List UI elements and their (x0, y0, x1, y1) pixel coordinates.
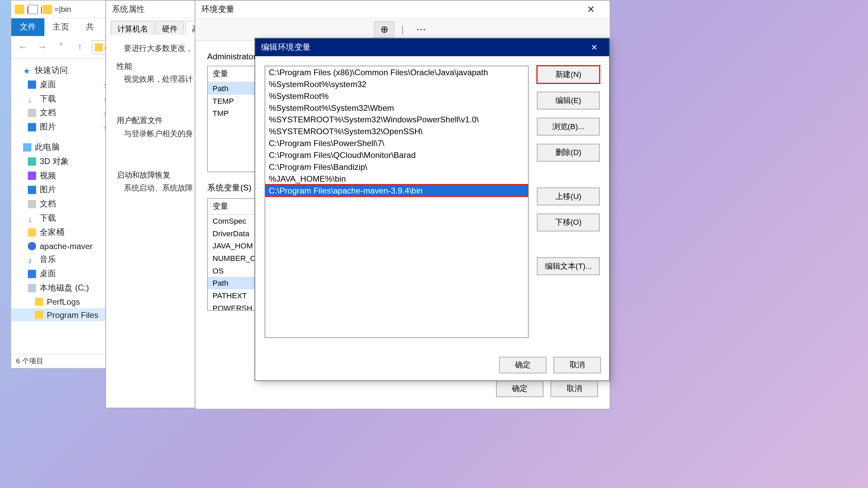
explorer-sidebar: ★快速访问 桌面📌 ↓下载📌 文档📌 图片📌 此电脑 3D 对象 视频 图片 文… (11, 59, 117, 354)
folder-icon (42, 4, 52, 14)
move-up-button[interactable]: 上移(U) (537, 187, 600, 205)
move-down-button[interactable]: 下移(O) (537, 214, 600, 231)
editdlg-button-column: 新建(N) 编辑(E) 浏览(B)... 删除(D) 上移(U) 下移(O) 编… (537, 66, 600, 338)
path-entry[interactable]: %SystemRoot%\system32 (265, 78, 528, 90)
close-icon[interactable]: ✕ (578, 1, 604, 18)
sidebar-item-downloads2[interactable]: ↓下载 (11, 211, 116, 225)
nav-up-icon[interactable]: ↑ (73, 40, 87, 54)
edit-text-button[interactable]: 编辑文本(T)... (537, 258, 600, 275)
folder-icon (35, 311, 43, 319)
path-entry[interactable]: C:\Program Files\Bandizip\ (265, 161, 528, 173)
cancel-button[interactable]: 取消 (554, 357, 601, 373)
document-icon (28, 109, 36, 117)
folder-icon (28, 228, 36, 237)
sidebar-item-documents[interactable]: 文档📌 (11, 106, 116, 120)
sidebar-quick-access[interactable]: ★快速访问 (11, 63, 116, 78)
close-icon[interactable]: ✕ (586, 40, 603, 55)
music-icon: ♪ (28, 256, 36, 264)
sidebar-item-music[interactable]: ♪音乐 (11, 253, 116, 267)
delete-button[interactable]: 删除(D) (537, 144, 600, 161)
sidebar-item-desktop2[interactable]: 桌面 (11, 267, 116, 281)
picture-icon (28, 123, 36, 131)
sidebar-item-maven[interactable]: apache-maver (11, 240, 116, 252)
checkbox-icon (28, 4, 38, 14)
sidebar-item-pictures[interactable]: 图片📌 (11, 120, 116, 134)
path-entry[interactable]: %SystemRoot% (265, 90, 528, 102)
sidebar-item-progfiles[interactable]: Program Files (11, 308, 116, 321)
ribbon-tab-share[interactable]: 共 (78, 18, 102, 36)
ribbon-tab-home[interactable]: 主页 (44, 18, 78, 36)
document-icon (28, 200, 36, 208)
sidebar-item-desktop[interactable]: 桌面📌 (11, 78, 116, 92)
drive-icon (28, 284, 36, 292)
folder-icon (15, 4, 24, 14)
envvars-toolbar: ⊕ | ⋯ (195, 18, 610, 41)
edit-button[interactable]: 编辑(E) (537, 92, 600, 109)
sidebar-item-3d[interactable]: 3D 对象 (11, 155, 116, 169)
nav-fwd-icon[interactable]: → (35, 40, 49, 54)
download-icon: ↓ (28, 214, 36, 222)
editdlg-bottom-buttons: 确定 取消 (499, 357, 601, 373)
cube-icon (28, 157, 36, 165)
explorer-title-text: bin (61, 5, 71, 14)
sidebar-item-documents2[interactable]: 文档 (11, 197, 116, 211)
ok-button[interactable]: 确定 (499, 357, 547, 373)
nav-recent-icon[interactable]: ˅ (54, 40, 68, 54)
path-entry[interactable]: C:\Program Files (x86)\Common Files\Orac… (265, 66, 528, 78)
path-entry[interactable]: %JAVA_HOME%\bin (265, 173, 528, 185)
folder-icon (35, 298, 43, 306)
cancel-button[interactable]: 取消 (551, 381, 598, 397)
nav-back-icon[interactable]: ← (16, 40, 30, 54)
sidebar-item-pictures2[interactable]: 图片 (11, 183, 116, 197)
ribbon-tab-file[interactable]: 文件 (11, 18, 44, 36)
sidebar-item-videos[interactable]: 视频 (11, 169, 116, 183)
star-icon: ★ (23, 66, 31, 75)
video-icon (28, 171, 36, 180)
browse-button[interactable]: 浏览(B)... (537, 118, 600, 135)
picture-icon (28, 186, 36, 194)
more-icon[interactable]: ⋯ (411, 21, 431, 38)
desktop-icon (28, 80, 36, 88)
tab-computer-name[interactable]: 计算机名 (111, 21, 155, 35)
desktop-icon (28, 270, 36, 278)
sidebar-this-pc[interactable]: 此电脑 (11, 140, 116, 155)
ok-button[interactable]: 确定 (496, 381, 544, 397)
path-entry[interactable]: C:\Program Files\QCloud\Monitor\Barad (265, 149, 528, 161)
sidebar-item-downloads[interactable]: ↓下载📌 (11, 92, 116, 106)
new-button[interactable]: 新建(N) (537, 66, 600, 83)
path-entry[interactable]: %SYSTEMROOT%\System32\WindowsPowerShell\… (265, 114, 528, 125)
download-icon: ↓ (28, 95, 36, 103)
tab-hardware[interactable]: 硬件 (156, 21, 184, 35)
sidebar-item-drive-c[interactable]: 本地磁盘 (C:) (11, 281, 116, 295)
zoom-in-icon[interactable]: ⊕ (374, 21, 394, 38)
edit-env-var-dialog: 编辑环境变量 ✕ C:\Program Files (x86)\Common F… (255, 38, 610, 381)
path-entries-list[interactable]: C:\Program Files (x86)\Common Files\Orac… (264, 66, 529, 338)
path-entry[interactable]: %SystemRoot%\System32\Wbem (265, 102, 528, 114)
path-entry[interactable]: %SYSTEMROOT%\System32\OpenSSH\ (265, 125, 528, 137)
path-entry-selected[interactable]: C:\Program Files\apache-maven-3.9.4\bin (265, 185, 528, 197)
sidebar-item-perflogs[interactable]: PerfLogs (11, 295, 116, 308)
pc-icon (23, 143, 31, 151)
envvars-titlebar[interactable]: 环境变量 ✕ (195, 1, 610, 18)
folder-icon (95, 43, 103, 51)
sidebar-item-folder1[interactable]: 全家桶 (11, 225, 116, 240)
archive-icon (28, 242, 36, 250)
editdlg-titlebar[interactable]: 编辑环境变量 ✕ (255, 38, 609, 56)
path-entry[interactable]: C:\Program Files\PowerShell\7\ (265, 137, 528, 149)
